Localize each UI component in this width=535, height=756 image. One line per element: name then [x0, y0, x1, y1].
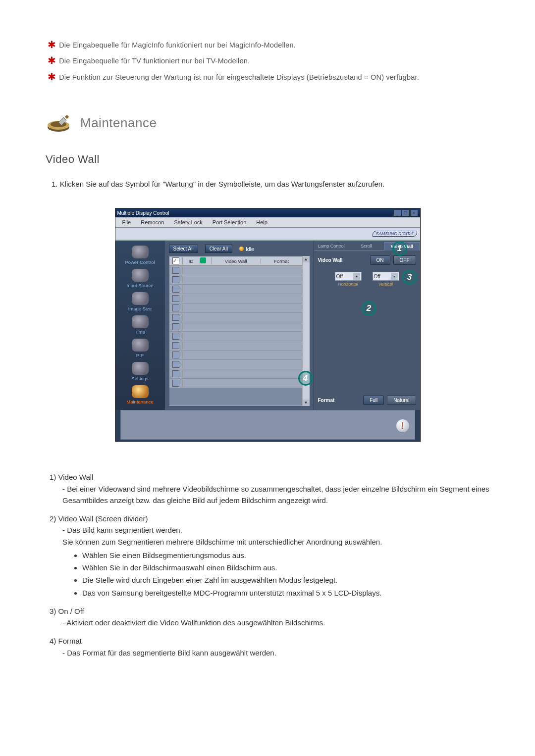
list-item: 3) On / Off - Aktiviert oder deaktiviert…: [50, 605, 489, 629]
table-row[interactable]: [169, 360, 302, 369]
callout-badge: 2: [362, 301, 376, 316]
sidebar-item-label: PIP: [136, 353, 144, 358]
list-item: 4) Format - Das Format für das segmentie…: [50, 635, 489, 658]
menu-safety-lock[interactable]: Safety Lock: [174, 219, 202, 225]
note-text: Die Eingabequelle für MagicInfo funktion…: [59, 40, 296, 50]
col-id[interactable]: ID: [183, 258, 200, 264]
item-line: - Aktiviert oder deaktiviert die Video W…: [62, 617, 489, 628]
table-row[interactable]: [169, 285, 302, 294]
panel-label-video-wall: Video Wall: [318, 257, 343, 263]
bullet: Die Stelle wird durch Eingeben einer Zah…: [82, 574, 489, 586]
select-value: Off: [336, 274, 343, 279]
power-icon: [132, 246, 149, 258]
item-title: Video Wall (Screen divider): [58, 514, 148, 523]
section-title: Maintenance: [80, 115, 157, 131]
callout-badge: 4: [298, 371, 313, 386]
list-item: 1) Video Wall - Bei einer Videowand sind…: [50, 471, 489, 506]
callout-badge: 1: [392, 241, 407, 256]
horizontal-label: Horizontal: [338, 282, 358, 287]
col-check[interactable]: ✓: [169, 257, 183, 264]
close-icon[interactable]: ×: [410, 209, 418, 216]
note: ✱Die Eingabequelle für MagicInfo funktio…: [48, 40, 489, 50]
table-row[interactable]: [169, 322, 302, 332]
item-title: Format: [58, 637, 82, 645]
chevron-down-icon: ▾: [353, 273, 360, 280]
on-button[interactable]: ON: [370, 255, 390, 265]
col-format[interactable]: Format: [261, 258, 302, 264]
list-item: 2) Video Wall (Screen divider) - Das Bil…: [50, 513, 489, 599]
maintenance-icon: [46, 112, 71, 133]
item-num: 4): [50, 637, 56, 645]
star-icon: ✱: [48, 40, 56, 50]
clock-icon: [132, 315, 149, 328]
gear-icon: [132, 362, 149, 375]
full-button[interactable]: Full: [363, 396, 384, 405]
star-icon: ✱: [48, 55, 56, 66]
item-line: - Das Format für das segmentierte Bild k…: [62, 647, 489, 658]
sidebar-item-label: Settings: [131, 376, 148, 381]
wrench-icon: [132, 385, 149, 398]
sidebar-item-power-control[interactable]: Power Control: [115, 245, 165, 266]
maximize-icon[interactable]: □: [402, 209, 410, 216]
exclamation-icon: !: [396, 419, 409, 432]
input-icon: [132, 269, 149, 282]
select-all-button[interactable]: Select All: [169, 245, 198, 253]
select-value: Off: [374, 274, 380, 279]
off-button[interactable]: OFF: [393, 255, 416, 265]
tab-scroll[interactable]: Scroll: [349, 242, 384, 251]
table-row[interactable]: [169, 379, 302, 388]
vertical-select[interactable]: Off▾: [373, 272, 399, 281]
table-row[interactable]: [169, 294, 302, 303]
table-row[interactable]: [169, 332, 302, 341]
window-title: Multiple Display Control: [117, 210, 169, 216]
title-bar: Multiple Display Control _ □ ×: [115, 208, 420, 217]
table-row[interactable]: [169, 275, 302, 285]
table-row[interactable]: [169, 351, 302, 360]
app-window: Multiple Display Control _ □ × File Remo…: [115, 208, 421, 442]
step-text: 1. Klicken Sie auf das Symbol für "Wartu…: [52, 180, 489, 188]
item-title: Video Wall: [58, 473, 94, 481]
menu-port-selection[interactable]: Port Selection: [213, 219, 246, 225]
clear-all-button[interactable]: Clear All: [205, 245, 232, 253]
menu-help[interactable]: Help: [256, 219, 268, 225]
item-line: - Das Bild kann segmentiert werden.: [62, 524, 489, 536]
sidebar-item-time[interactable]: Time: [115, 314, 165, 336]
table-row[interactable]: [169, 369, 302, 379]
scroll-up-icon[interactable]: ▲: [303, 256, 310, 262]
table-row[interactable]: [169, 303, 302, 313]
item-num: 3): [50, 607, 56, 615]
sidebar-item-pip[interactable]: PIP: [115, 338, 165, 359]
status-led-icon: [239, 247, 244, 251]
table-row[interactable]: [169, 266, 302, 275]
item-line: - Bei einer Videowand sind mehrere Video…: [62, 483, 489, 506]
item-title: On / Off: [58, 607, 84, 615]
vertical-label: Vertical: [378, 282, 393, 287]
brand-label: SAMSUNG DIGITall: [373, 231, 417, 237]
col-video-wall[interactable]: Video Wall: [212, 258, 261, 264]
panel-label-format: Format: [318, 398, 335, 403]
menu-file[interactable]: File: [122, 219, 131, 225]
menu-bar: File Remocon Safety Lock Port Selection …: [115, 217, 420, 228]
note: ✱Die Funktion zur Steuerung der Wartung …: [48, 72, 489, 83]
sidebar-item-label: Image Size: [128, 306, 152, 311]
page-title: Video Wall: [46, 153, 489, 166]
chevron-down-icon: ▾: [391, 273, 398, 280]
main-panel: Select All Clear All Idle ✓ ID Video Wal…: [165, 241, 314, 410]
table-row[interactable]: [169, 313, 302, 322]
sidebar-item-input-source[interactable]: Input Source: [115, 268, 165, 289]
sidebar-item-image-size[interactable]: Image Size: [115, 291, 165, 312]
status-label: Idle: [246, 246, 254, 252]
sidebar-item-label: Maintenance: [126, 399, 153, 404]
menu-remocon[interactable]: Remocon: [141, 219, 164, 225]
bullet: Wählen Sie einen Bildsegmentierungsmodus…: [82, 550, 489, 561]
sidebar-item-maintenance[interactable]: Maintenance: [115, 384, 165, 405]
col-power[interactable]: [200, 257, 212, 264]
tab-lamp-control[interactable]: Lamp Control: [314, 242, 349, 251]
star-icon: ✱: [48, 72, 56, 83]
table-row[interactable]: [169, 341, 302, 351]
sidebar-item-settings[interactable]: Settings: [115, 361, 165, 382]
natural-button[interactable]: Natural: [387, 396, 416, 405]
horizontal-select[interactable]: Off▾: [335, 272, 362, 281]
scroll-down-icon[interactable]: ▼: [303, 400, 310, 406]
minimize-icon[interactable]: _: [393, 209, 401, 216]
